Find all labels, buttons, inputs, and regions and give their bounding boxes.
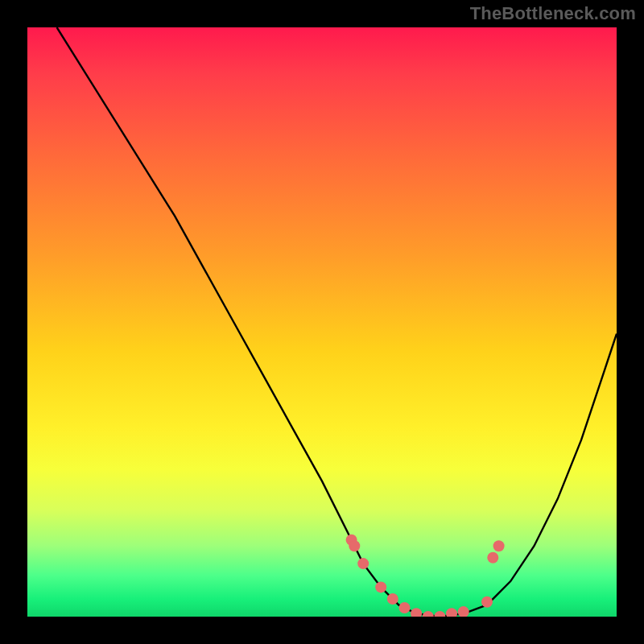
highlight-point xyxy=(411,608,422,617)
highlight-point xyxy=(349,540,360,551)
highlight-point xyxy=(399,602,411,613)
highlight-point xyxy=(375,581,386,592)
plot-area xyxy=(27,27,617,617)
highlight-point xyxy=(458,606,469,617)
highlight-point xyxy=(487,552,498,564)
highlight-point xyxy=(434,611,445,617)
highlight-point xyxy=(357,558,369,569)
highlight-point xyxy=(423,611,434,617)
chart-stage: TheBottleneck.com xyxy=(0,0,644,644)
highlight-point xyxy=(493,540,505,551)
chart-curve xyxy=(57,27,617,617)
watermark-label: TheBottleneck.com xyxy=(470,3,636,24)
curve-layer xyxy=(27,27,617,617)
highlight-point xyxy=(387,593,398,605)
highlight-point xyxy=(481,597,493,608)
highlight-point xyxy=(446,608,457,617)
marker-group xyxy=(346,535,505,617)
